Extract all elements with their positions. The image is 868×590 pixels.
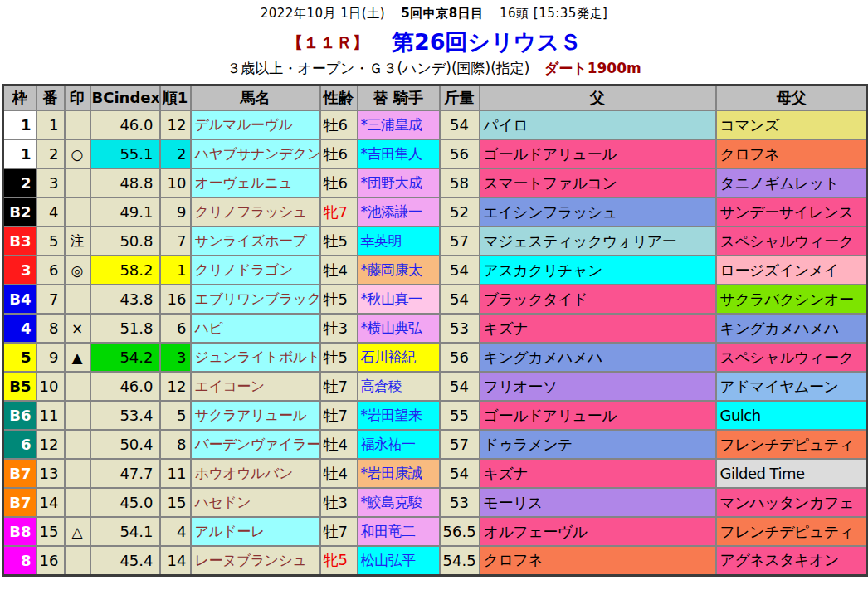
horse-number-cell: 1 <box>37 110 65 139</box>
waku-cell: B8 <box>3 517 37 546</box>
horse-name-link[interactable]: サンライズホープ <box>191 227 320 256</box>
table-row: B51046.012エイコーン牡7高倉稜54フリオーソアドマイヤムーン <box>3 372 868 401</box>
waku-cell: B3 <box>3 227 37 256</box>
mark-cell <box>65 401 90 430</box>
meeting-day: 5回中京8日目 <box>401 6 483 21</box>
mark-cell <box>65 372 90 401</box>
sex-age-cell: 牡3 <box>320 488 358 517</box>
waku-cell: B7 <box>3 459 37 488</box>
mark-cell <box>65 110 90 139</box>
jockey-link[interactable]: *吉田隼人 <box>358 139 440 168</box>
jockey-link[interactable]: *藤岡康太 <box>358 256 440 285</box>
sex-age-cell: 牡6 <box>320 168 358 197</box>
sire-cell: パイロ <box>480 110 716 139</box>
rank-cell: 14 <box>160 546 191 575</box>
bcindex-cell: 43.8 <box>90 285 160 314</box>
col-header-sire: 父 <box>480 85 716 110</box>
horse-name-link[interactable]: ジュンライトボルト <box>191 343 320 372</box>
sire-cell: クロフネ <box>480 546 716 575</box>
horse-name-link[interactable]: エイコーン <box>191 372 320 401</box>
horse-name-link[interactable]: オーヴェルニュ <box>191 168 320 197</box>
horse-number-cell: 12 <box>37 430 65 459</box>
horse-name-link[interactable]: エブリワンブラック <box>191 285 320 314</box>
waku-cell: 3 <box>3 256 37 285</box>
horse-name-link[interactable]: レーヌブランシュ <box>191 546 320 575</box>
waku-cell: 1 <box>3 110 37 139</box>
mark-cell <box>65 168 90 197</box>
rank-cell: 5 <box>160 401 191 430</box>
jockey-link[interactable]: 高倉稜 <box>358 372 440 401</box>
sex-age-cell: 牡4 <box>320 459 358 488</box>
waku-cell: 8 <box>3 546 37 575</box>
sex-age-cell: 牡5 <box>320 343 358 372</box>
col-header-number: 番 <box>37 85 65 110</box>
damsire-cell: キングカメハメハ <box>716 314 868 343</box>
sire-cell: ドゥラメンテ <box>480 430 716 459</box>
horse-name-link[interactable]: バーデンヴァイラー <box>191 430 320 459</box>
waku-cell: 6 <box>3 430 37 459</box>
sire-cell: ゴールドアリュール <box>480 401 716 430</box>
jockey-link[interactable]: *岩田康誠 <box>358 459 440 488</box>
bcindex-cell: 49.1 <box>90 197 160 227</box>
jockey-link[interactable]: *三浦皇成 <box>358 110 440 139</box>
weight-cell: 57 <box>440 430 480 459</box>
race-date: 2022年10月 1日(土) <box>261 6 385 21</box>
waku-cell: 4 <box>3 314 37 343</box>
table-row: 48×51.86ハピ牡3*横山典弘53キズナキングカメハメハ <box>3 314 868 343</box>
horse-name-link[interactable]: ハピ <box>191 314 320 343</box>
mark-cell <box>65 285 90 314</box>
bcindex-cell: 50.8 <box>90 227 160 256</box>
horse-name-link[interactable]: クリノドラゴン <box>191 256 320 285</box>
sex-age-cell: 牡7 <box>320 401 358 430</box>
horse-name-link[interactable]: クリノフラッシュ <box>191 197 320 227</box>
table-row: B61153.45サクラアリュール牡7*岩田望来55ゴールドアリュールGulch <box>3 401 868 430</box>
damsire-cell: Gulch <box>716 401 868 430</box>
sire-cell: モーリス <box>480 488 716 517</box>
jockey-link[interactable]: *横山典弘 <box>358 314 440 343</box>
horse-name-link[interactable]: ホウオウルバン <box>191 459 320 488</box>
horse-name-link[interactable]: アルドーレ <box>191 517 320 546</box>
sex-age-cell: 牡7 <box>320 372 358 401</box>
jockey-link[interactable]: *秋山真一 <box>358 285 440 314</box>
weight-cell: 54.5 <box>440 546 480 575</box>
jockey-link[interactable]: 福永祐一 <box>358 430 440 459</box>
horse-name-link[interactable]: ハヤブサナンデクン <box>191 139 320 168</box>
race-name: 第26回シリウスＳ <box>392 29 582 55</box>
bcindex-cell: 46.0 <box>90 110 160 139</box>
horse-number-cell: 7 <box>37 285 65 314</box>
horse-number-cell: 9 <box>37 343 65 372</box>
bcindex-cell: 55.1 <box>90 139 160 168</box>
jockey-link[interactable]: *団野大成 <box>358 168 440 197</box>
horse-name-link[interactable]: デルマルーヴル <box>191 110 320 139</box>
jockey-link[interactable]: 松山弘平 <box>358 546 440 575</box>
bcindex-cell: 47.7 <box>90 459 160 488</box>
sex-age-cell: 牡7 <box>320 517 358 546</box>
sex-age-cell: 牡4 <box>320 256 358 285</box>
sex-age-cell: 牡3 <box>320 314 358 343</box>
weight-cell: 52 <box>440 197 480 227</box>
table-row: B71445.015ハセドン牡3*鮫島克駿53モーリスマンハッタンカフェ <box>3 488 868 517</box>
jockey-link[interactable]: *鮫島克駿 <box>358 488 440 517</box>
race-number: 【１１Ｒ】 <box>286 32 369 52</box>
horse-name-link[interactable]: サクラアリュール <box>191 401 320 430</box>
rank-cell: 12 <box>160 372 191 401</box>
bcindex-cell: 58.2 <box>90 256 160 285</box>
damsire-cell: ロージズインメイ <box>716 256 868 285</box>
mark-cell: ▲ <box>65 343 90 372</box>
sex-age-cell: 牡5 <box>320 285 358 314</box>
jockey-link[interactable]: 石川裕紀 <box>358 343 440 372</box>
col-header-sexage: 性齢 <box>320 85 358 110</box>
rank-cell: 2 <box>160 139 191 168</box>
horse-number-cell: 14 <box>37 488 65 517</box>
waku-cell: B5 <box>3 372 37 401</box>
jockey-link[interactable]: *池添謙一 <box>358 197 440 227</box>
sire-cell: アスカクリチャン <box>480 256 716 285</box>
sire-cell: エイシンフラッシュ <box>480 197 716 227</box>
damsire-cell: サンデーサイレンス <box>716 197 868 227</box>
horse-number-cell: 13 <box>37 459 65 488</box>
jockey-link[interactable]: 幸英明 <box>358 227 440 256</box>
jockey-link[interactable]: *岩田望来 <box>358 401 440 430</box>
horse-name-link[interactable]: ハセドン <box>191 488 320 517</box>
table-row: B35注50.87サンライズホープ牡5幸英明57マジェスティックウォリアースペシ… <box>3 227 868 256</box>
jockey-link[interactable]: 和田竜二 <box>358 517 440 546</box>
